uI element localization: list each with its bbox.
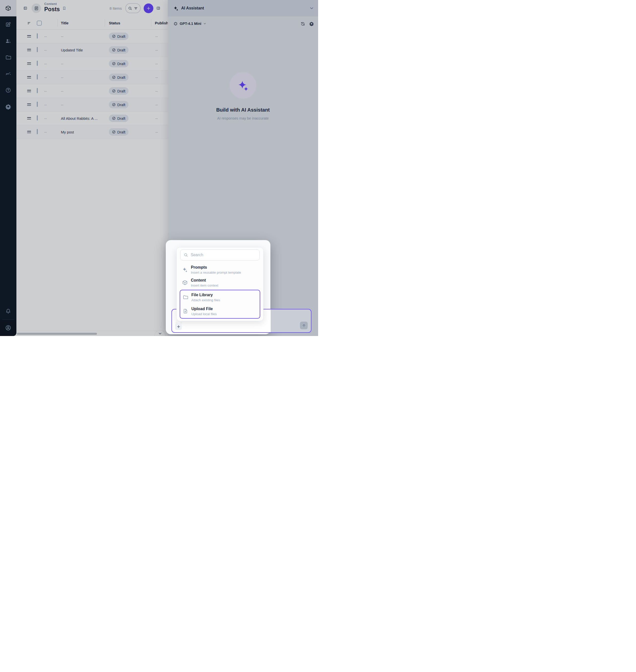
attachment-menu-items: Prompts Insert a reusable prompt templat… <box>180 263 260 319</box>
menu-item[interactable]: Prompts Insert a reusable prompt templat… <box>180 263 260 276</box>
menu-item[interactable]: File Library Attach existing files <box>180 290 260 304</box>
menu-item-desc: Upload local files <box>191 312 217 316</box>
app-window: Content Posts 8 Items <box>0 0 318 336</box>
plus-icon <box>177 324 181 329</box>
file-upload-icon <box>183 309 188 314</box>
search-icon <box>184 253 188 257</box>
attach-button[interactable] <box>175 323 182 330</box>
sparkle-icon <box>182 267 187 272</box>
attachment-menu: Prompts Insert a reusable prompt templat… <box>177 247 263 321</box>
box-icon <box>182 280 187 285</box>
menu-item-label: File Library <box>191 292 220 297</box>
menu-item-desc: Attach existing files <box>191 298 220 302</box>
menu-item[interactable]: Content Insert item context <box>180 276 260 289</box>
popup-search-input[interactable] <box>191 253 256 257</box>
popup-search-box[interactable] <box>180 250 260 260</box>
menu-item[interactable]: Upload File Upload local files <box>180 304 260 319</box>
folder-icon <box>183 295 188 300</box>
menu-item-label: Upload File <box>191 306 217 311</box>
arrow-up-icon <box>302 323 306 328</box>
send-button[interactable] <box>300 321 308 329</box>
menu-item-desc: Insert item context <box>191 283 218 288</box>
menu-item-label: Content <box>191 278 218 283</box>
menu-item-desc: Insert a reusable prompt template <box>191 270 241 275</box>
menu-item-label: Prompts <box>191 265 241 270</box>
modal-scrim[interactable] <box>0 0 318 336</box>
